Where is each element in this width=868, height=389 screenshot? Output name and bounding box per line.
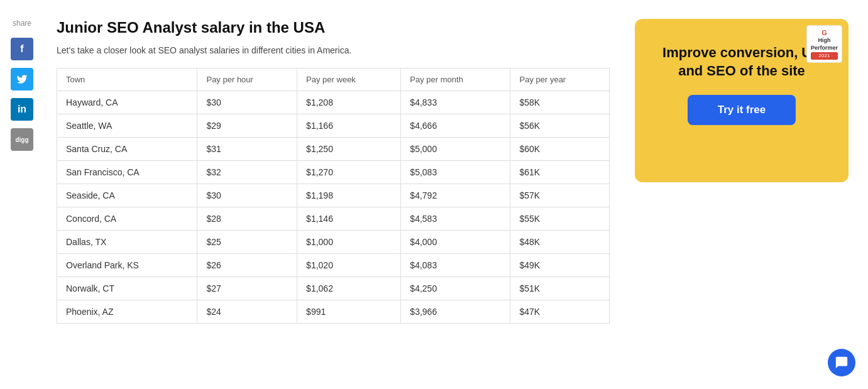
table-cell: $61K — [510, 161, 610, 184]
table-cell: $31 — [197, 138, 297, 161]
digg-share-button[interactable]: digg — [11, 128, 33, 151]
col-header-month: Pay per month — [401, 68, 510, 91]
table-cell: $5,000 — [401, 138, 510, 161]
table-cell: $4,792 — [401, 184, 510, 207]
table-cell: $3,966 — [401, 300, 510, 324]
right-panel: G HighPerformer 2021 Improve conversion,… — [622, 13, 855, 376]
high-performer-label: HighPerformer — [811, 37, 838, 52]
table-cell: $27 — [197, 277, 297, 300]
try-free-button[interactable]: Try it free — [688, 95, 796, 125]
table-cell: Seaside, CA — [57, 184, 197, 207]
table-cell: Dallas, TX — [57, 231, 197, 254]
table-cell: $49K — [510, 254, 610, 277]
table-row: Concord, CA$28$1,146$4,583$55K — [57, 207, 610, 231]
table-cell: $55K — [510, 207, 610, 231]
table-cell: $4,083 — [401, 254, 510, 277]
table-cell: Concord, CA — [57, 207, 197, 231]
table-cell: $4,666 — [401, 114, 510, 138]
table-cell: $29 — [197, 114, 297, 138]
table-cell: $26 — [197, 254, 297, 277]
table-row: Dallas, TX$25$1,000$4,000$48K — [57, 231, 610, 254]
g2-logo: G — [811, 28, 838, 37]
table-cell: Overland Park, KS — [57, 254, 197, 277]
table-cell: $47K — [510, 300, 610, 324]
table-cell: $25 — [197, 231, 297, 254]
table-cell: $1,270 — [297, 161, 401, 184]
page-subtitle: Let's take a closer look at SEO analyst … — [57, 45, 610, 55]
table-cell: $32 — [197, 161, 297, 184]
table-row: Seaside, CA$30$1,198$4,792$57K — [57, 184, 610, 207]
table-cell: Santa Cruz, CA — [57, 138, 197, 161]
table-row: Hayward, CA$30$1,208$4,833$58K — [57, 91, 610, 114]
table-cell: $56K — [510, 114, 610, 138]
table-cell: $1,166 — [297, 114, 401, 138]
table-cell: $1,198 — [297, 184, 401, 207]
table-cell: $4,833 — [401, 91, 510, 114]
table-row: San Francisco, CA$32$1,270$5,083$61K — [57, 161, 610, 184]
salary-table: Town Pay per hour Pay per week Pay per m… — [57, 68, 610, 324]
table-cell: $28 — [197, 207, 297, 231]
col-header-town: Town — [57, 68, 197, 91]
table-cell: $1,250 — [297, 138, 401, 161]
sidebar: share f in digg — [0, 13, 44, 376]
table-row: Phoenix, AZ$24$991$3,966$47K — [57, 300, 610, 324]
table-row: Overland Park, KS$26$1,020$4,083$49K — [57, 254, 610, 277]
linkedin-share-button[interactable]: in — [11, 98, 33, 121]
table-cell: $51K — [510, 277, 610, 300]
col-header-year: Pay per year — [510, 68, 610, 91]
table-cell: $4,000 — [401, 231, 510, 254]
page-title: Junior SEO Analyst salary in the USA — [57, 19, 610, 36]
table-row: Santa Cruz, CA$31$1,250$5,000$60K — [57, 138, 610, 161]
twitter-share-button[interactable] — [11, 68, 33, 90]
table-cell: $991 — [297, 300, 401, 324]
table-cell: $1,000 — [297, 231, 401, 254]
table-cell: $30 — [197, 91, 297, 114]
col-header-week: Pay per week — [297, 68, 401, 91]
table-cell: $5,083 — [401, 161, 510, 184]
table-cell: $24 — [197, 300, 297, 324]
ad-card: G HighPerformer 2021 Improve conversion,… — [635, 19, 849, 182]
table-cell: $60K — [510, 138, 610, 161]
table-cell: $4,583 — [401, 207, 510, 231]
main-content: Junior SEO Analyst salary in the USA Let… — [44, 13, 622, 376]
table-cell: $30 — [197, 184, 297, 207]
table-cell: Hayward, CA — [57, 91, 197, 114]
table-cell: $4,250 — [401, 277, 510, 300]
facebook-share-button[interactable]: f — [11, 38, 33, 60]
table-cell: $48K — [510, 231, 610, 254]
table-cell: $1,062 — [297, 277, 401, 300]
chat-bubble-button[interactable] — [828, 349, 855, 376]
col-header-hour: Pay per hour — [197, 68, 297, 91]
table-row: Norwalk, CT$27$1,062$4,250$51K — [57, 277, 610, 300]
table-row: Seattle, WA$29$1,166$4,666$56K — [57, 114, 610, 138]
table-cell: $57K — [510, 184, 610, 207]
badge-year: 2021 — [811, 52, 838, 60]
table-cell: $1,020 — [297, 254, 401, 277]
table-cell: San Francisco, CA — [57, 161, 197, 184]
table-cell: Seattle, WA — [57, 114, 197, 138]
table-cell: Phoenix, AZ — [57, 300, 197, 324]
table-cell: Norwalk, CT — [57, 277, 197, 300]
ad-badge: G HighPerformer 2021 — [806, 25, 842, 63]
table-cell: $58K — [510, 91, 610, 114]
table-cell: $1,146 — [297, 207, 401, 231]
table-cell: $1,208 — [297, 91, 401, 114]
share-label: share — [13, 19, 31, 28]
